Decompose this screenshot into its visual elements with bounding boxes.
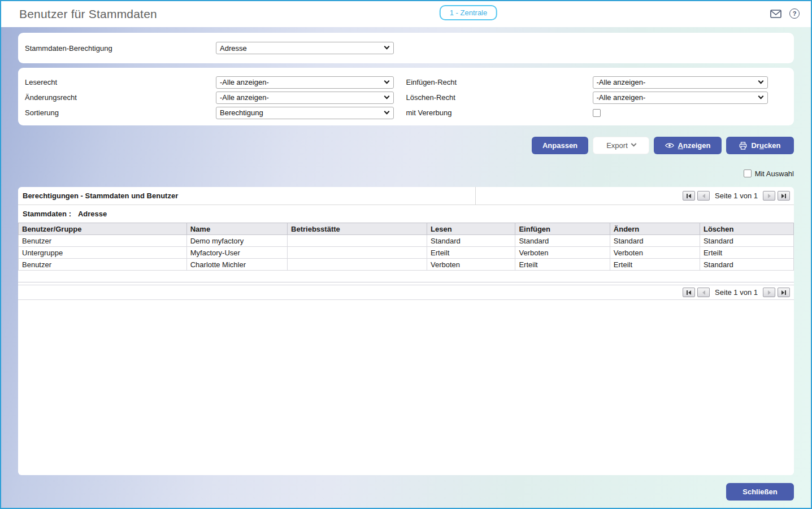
filter-left-column: Leserecht -Alle anzeigen- Änderungsrecht… bbox=[25, 75, 406, 120]
leserecht-select[interactable]: -Alle anzeigen- bbox=[216, 76, 394, 89]
stammdaten-berechtigung-label: Stammdaten-Berechtigung bbox=[25, 44, 216, 53]
first-page-button[interactable] bbox=[683, 191, 695, 201]
cell-loeschen: Standard bbox=[700, 259, 793, 271]
cell-benutzer-gruppe: Untergruppe bbox=[19, 247, 187, 259]
page-indicator: Seite 1 von 1 bbox=[715, 192, 758, 200]
col-lesen: Lesen bbox=[427, 223, 515, 235]
cell-einfuegen: Verboten bbox=[515, 247, 610, 259]
prev-page-button[interactable] bbox=[697, 191, 710, 201]
einfuegen-recht-label: Einfügen-Recht bbox=[406, 78, 593, 86]
header-bar: Benutzer für Stammdaten 1 - Zentrale ? bbox=[1, 1, 811, 27]
loeschen-recht-select[interactable]: -Alle anzeigen- bbox=[593, 92, 768, 104]
cell-betriebsstaette bbox=[288, 247, 427, 259]
cell-loeschen: Erteilt bbox=[700, 247, 793, 259]
grid-subtitle-value: Adresse bbox=[78, 210, 107, 218]
anpassen-button[interactable]: Anpassen bbox=[532, 137, 588, 154]
cell-aendern: Verboten bbox=[610, 247, 700, 259]
mit-auswahl-checkbox[interactable] bbox=[744, 169, 752, 177]
mit-auswahl-row: Mit Auswahl bbox=[18, 169, 794, 178]
export-button[interactable]: Export bbox=[593, 137, 649, 154]
cell-betriebsstaette bbox=[288, 235, 427, 247]
loeschen-recht-label: Löschen-Recht bbox=[406, 93, 593, 102]
cell-betriebsstaette bbox=[288, 259, 427, 271]
sortierung-select[interactable]: Berechtigung bbox=[216, 107, 394, 119]
anzeigen-button-label: Anzeigen bbox=[678, 141, 711, 150]
grid-title: Berechtigungen - Stammdaten und Benutzer bbox=[18, 187, 476, 205]
permissions-table: Benutzer/Gruppe Name Betriebsstätte Lese… bbox=[18, 223, 794, 271]
grid-subtitle-label: Stammdaten : bbox=[23, 210, 71, 218]
stammdaten-berechtigung-panel: Stammdaten-Berechtigung Adresse bbox=[18, 33, 794, 63]
content-area: Stammdaten-Berechtigung Adresse Leserech… bbox=[1, 27, 811, 508]
table-row[interactable]: Benutzer Demo myfactory Standard Standar… bbox=[19, 235, 794, 247]
cell-aendern: Erteilt bbox=[610, 259, 700, 271]
grid-titlebar: Berechtigungen - Stammdaten und Benutzer… bbox=[18, 187, 794, 205]
eye-icon bbox=[665, 142, 674, 149]
permissions-grid-panel: Berechtigungen - Stammdaten und Benutzer… bbox=[18, 187, 794, 475]
filter-panel: Leserecht -Alle anzeigen- Änderungsrecht… bbox=[18, 68, 794, 125]
grid-pagination-bottom: Seite 1 von 1 bbox=[18, 285, 794, 300]
cell-name: Myfactory-User bbox=[186, 247, 287, 259]
tenant-badge[interactable]: 1 - Zentrale bbox=[440, 5, 497, 20]
bottom-bar: Schließen bbox=[18, 483, 794, 501]
aenderungsrecht-label: Änderungsrecht bbox=[25, 93, 216, 102]
first-page-button[interactable] bbox=[683, 288, 695, 297]
window: Benutzer für Stammdaten 1 - Zentrale ? S… bbox=[0, 0, 812, 509]
cell-name: Demo myfactory bbox=[186, 235, 287, 247]
mit-vererbung-label: mit Vererbung bbox=[406, 108, 593, 117]
cell-loeschen: Standard bbox=[700, 235, 793, 247]
header-icons: ? bbox=[770, 8, 800, 19]
col-betriebsstaette: Betriebsstätte bbox=[288, 223, 427, 235]
table-header-row: Benutzer/Gruppe Name Betriebsstätte Lese… bbox=[19, 223, 794, 235]
drucken-button[interactable]: Drucken bbox=[726, 137, 794, 154]
chevron-down-icon bbox=[631, 141, 636, 147]
grid-subtitle: Stammdaten : Adresse bbox=[18, 205, 794, 223]
grid-pagination-top: Seite 1 von 1 bbox=[476, 187, 794, 205]
anzeigen-button[interactable]: Anzeigen bbox=[654, 137, 722, 154]
help-icon[interactable]: ? bbox=[789, 8, 800, 19]
col-name: Name bbox=[186, 223, 287, 235]
col-aendern: Ändern bbox=[610, 223, 700, 235]
einfuegen-recht-select[interactable]: -Alle anzeigen- bbox=[593, 76, 768, 89]
cell-name: Charlotte Michler bbox=[186, 259, 287, 271]
mit-vererbung-checkbox[interactable] bbox=[593, 109, 601, 117]
sortierung-label: Sortierung bbox=[25, 108, 216, 117]
stammdaten-berechtigung-select[interactable]: Adresse bbox=[216, 42, 394, 54]
last-page-button[interactable] bbox=[778, 191, 790, 201]
col-loeschen: Löschen bbox=[700, 223, 793, 235]
cell-benutzer-gruppe: Benutzer bbox=[19, 235, 187, 247]
leserecht-label: Leserecht bbox=[25, 78, 216, 86]
cell-einfuegen: Standard bbox=[515, 235, 610, 247]
mail-icon[interactable] bbox=[770, 10, 781, 18]
last-page-button[interactable] bbox=[778, 288, 790, 297]
aenderungsrecht-select[interactable]: -Alle anzeigen- bbox=[216, 92, 394, 104]
col-benutzer-gruppe: Benutzer/Gruppe bbox=[19, 223, 187, 235]
drucken-button-label: Drucken bbox=[751, 141, 780, 150]
printer-icon bbox=[739, 142, 747, 150]
empty-table-row bbox=[18, 271, 794, 282]
page-indicator: Seite 1 von 1 bbox=[715, 288, 758, 297]
cell-aendern: Standard bbox=[610, 235, 700, 247]
schliessen-button[interactable]: Schließen bbox=[726, 483, 794, 501]
export-button-label: Export bbox=[606, 141, 628, 150]
toolbar: Anpassen Export Anzeigen bbox=[18, 137, 794, 154]
page-title: Benutzer für Stammdaten bbox=[1, 7, 157, 21]
cell-einfuegen: Erteilt bbox=[515, 259, 610, 271]
cell-lesen: Verboten bbox=[427, 259, 515, 271]
table-row[interactable]: Benutzer Charlotte Michler Verboten Erte… bbox=[19, 259, 794, 271]
next-page-button[interactable] bbox=[763, 288, 775, 297]
col-einfuegen: Einfügen bbox=[515, 223, 610, 235]
mit-auswahl-label: Mit Auswahl bbox=[755, 169, 794, 178]
cell-lesen: Standard bbox=[427, 235, 515, 247]
filter-right-column: Einfügen-Recht -Alle anzeigen- Löschen-R… bbox=[406, 75, 788, 120]
cell-benutzer-gruppe: Benutzer bbox=[19, 259, 187, 271]
cell-lesen: Erteilt bbox=[427, 247, 515, 259]
prev-page-button[interactable] bbox=[697, 288, 710, 297]
next-page-button[interactable] bbox=[763, 191, 775, 201]
table-row[interactable]: Untergruppe Myfactory-User Erteilt Verbo… bbox=[19, 247, 794, 259]
